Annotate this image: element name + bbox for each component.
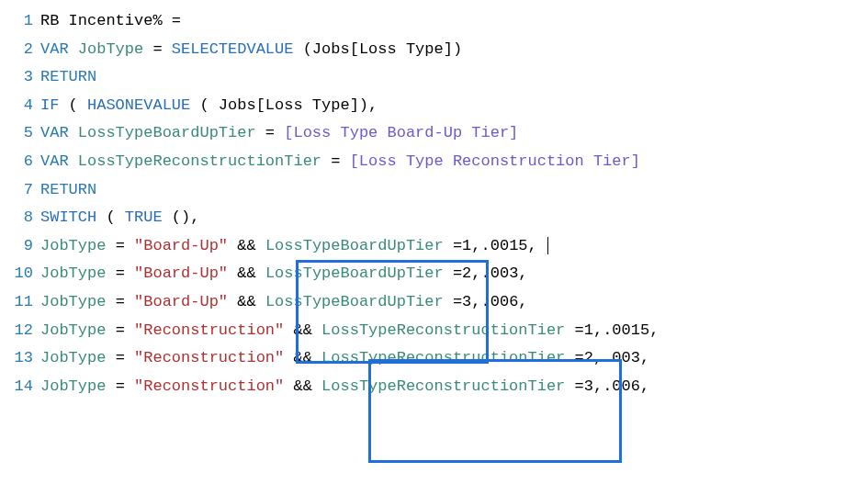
keyword: VAR xyxy=(40,40,69,58)
line-number: 10 xyxy=(7,260,33,288)
variable-name: LossTypeBoardUpTier xyxy=(265,293,444,310)
string-literal: "Reconstruction" xyxy=(134,377,284,395)
code-token: = xyxy=(116,377,134,395)
code-token: =3,.006, xyxy=(575,377,650,395)
code-line: 5 VAR LossTypeBoardUpTier = [Loss Type B… xyxy=(7,119,861,148)
code-token: =2,.003, xyxy=(575,349,650,366)
code-line: 6 VAR LossTypeReconstructionTier = [Loss… xyxy=(7,148,861,176)
line-number: 3 xyxy=(7,63,33,92)
code-token: = xyxy=(116,349,134,366)
code-token: (Jobs[Loss Type]) xyxy=(303,40,462,58)
line-number: 4 xyxy=(7,92,33,120)
code-token: =3,.006, xyxy=(453,293,528,310)
code-token: = xyxy=(331,152,349,170)
code-token: =2,.003, xyxy=(453,265,528,282)
code-line: 2 VAR JobType = SELECTEDVALUE (Jobs[Loss… xyxy=(7,36,861,64)
string-literal: "Board-Up" xyxy=(134,293,228,310)
string-literal: "Reconstruction" xyxy=(134,349,284,366)
code-token: = xyxy=(152,40,171,58)
code-line: 10 JobType = "Board-Up" && LossTypeBoard… xyxy=(7,260,861,288)
code-token: = xyxy=(265,124,284,141)
code-line: 13 JobType = "Reconstruction" && LossTyp… xyxy=(7,344,861,373)
code-token: && xyxy=(293,377,311,395)
code-token: && xyxy=(237,237,255,254)
variable-name: LossTypeReconstructionTier xyxy=(321,321,565,339)
measure-ref: [Loss Type Board-Up Tier] xyxy=(284,124,518,141)
function-name: TRUE xyxy=(125,208,163,226)
code-editor[interactable]: 1 RB Incentive% = 2 VAR JobType = SELECT… xyxy=(7,7,861,400)
variable-name: JobType xyxy=(40,349,106,366)
function-name: SELECTEDVALUE xyxy=(172,40,294,58)
variable-name: LossTypeReconstructionTier xyxy=(321,349,565,366)
variable-name: JobType xyxy=(40,293,106,310)
code-token: (), xyxy=(172,208,200,226)
code-token: ( Jobs[Loss Type]), xyxy=(199,96,378,114)
code-token: = xyxy=(116,293,134,310)
line-number: 7 xyxy=(7,176,33,205)
code-token: RB Incentive% = xyxy=(40,12,181,29)
measure-ref: [Loss Type Reconstruction Tier] xyxy=(350,152,640,170)
text-cursor xyxy=(547,237,548,254)
code-line: 1 RB Incentive% = xyxy=(7,7,861,36)
code-line: 4 IF ( HASONEVALUE ( Jobs[Loss Type]), xyxy=(7,92,861,120)
code-token: = xyxy=(116,321,134,339)
string-literal: "Reconstruction" xyxy=(134,321,284,339)
keyword: RETURN xyxy=(40,68,96,85)
code-line: 8 SWITCH ( TRUE (), xyxy=(7,204,861,232)
code-token: = xyxy=(116,237,134,254)
keyword: VAR xyxy=(40,152,69,170)
string-literal: "Board-Up" xyxy=(134,237,228,254)
code-line: 9 JobType = "Board-Up" && LossTypeBoardU… xyxy=(7,232,861,261)
function-name: SWITCH xyxy=(40,208,96,226)
code-token: =1,.0015, xyxy=(575,321,659,339)
code-token: && xyxy=(237,265,255,282)
variable-name: LossTypeBoardUpTier xyxy=(265,237,444,254)
variable-name: LossTypeReconstructionTier xyxy=(78,152,321,170)
code-line: 11 JobType = "Board-Up" && LossTypeBoard… xyxy=(7,288,861,317)
function-name: IF xyxy=(40,96,59,114)
code-line: 3 RETURN xyxy=(7,63,861,92)
variable-name: JobType xyxy=(40,321,106,339)
variable-name: JobType xyxy=(40,377,106,395)
code-token: && xyxy=(237,293,255,310)
line-number: 14 xyxy=(7,373,33,401)
line-number: 8 xyxy=(7,204,33,232)
variable-name: LossTypeReconstructionTier xyxy=(321,377,565,395)
line-number: 11 xyxy=(7,288,33,317)
variable-name: LossTypeBoardUpTier xyxy=(265,265,444,282)
code-line: 12 JobType = "Reconstruction" && LossTyp… xyxy=(7,317,861,345)
line-number: 1 xyxy=(7,7,33,36)
code-token: =1,.0015, xyxy=(453,237,537,254)
code-token: && xyxy=(293,321,311,339)
line-number: 6 xyxy=(7,148,33,176)
code-line: 7 RETURN xyxy=(7,176,861,205)
code-line: 14 JobType = "Reconstruction" && LossTyp… xyxy=(7,373,861,401)
code-token: ( xyxy=(106,208,124,226)
line-number: 13 xyxy=(7,344,33,373)
code-token: && xyxy=(293,349,311,366)
variable-name: JobType xyxy=(78,40,143,58)
keyword: VAR xyxy=(40,124,69,141)
line-number: 2 xyxy=(7,36,33,64)
variable-name: JobType xyxy=(40,237,106,254)
line-number: 9 xyxy=(7,232,33,261)
function-name: HASONEVALUE xyxy=(87,96,190,114)
code-token: ( xyxy=(69,96,87,114)
code-token: = xyxy=(116,265,134,282)
string-literal: "Board-Up" xyxy=(134,265,228,282)
variable-name: LossTypeBoardUpTier xyxy=(78,124,256,141)
line-number: 12 xyxy=(7,317,33,345)
line-number: 5 xyxy=(7,119,33,148)
keyword: RETURN xyxy=(40,181,96,198)
variable-name: JobType xyxy=(40,265,106,282)
